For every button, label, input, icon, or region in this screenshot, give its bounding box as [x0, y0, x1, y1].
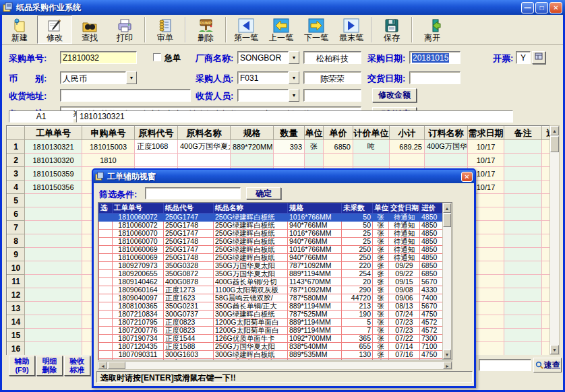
row-number[interactable]: 14 [7, 315, 25, 329]
cell[interactable]: 350G0328 [164, 262, 214, 270]
cell[interactable] [25, 275, 82, 288]
cell[interactable]: 06/30 [389, 359, 420, 361]
cell[interactable] [542, 140, 550, 154]
column-header[interactable]: 小计 [390, 127, 425, 140]
cell[interactable] [504, 207, 542, 221]
dialog-vscroll-thumb[interactable] [443, 214, 451, 227]
cell[interactable] [25, 234, 82, 248]
cell[interactable]: 07/23 [389, 327, 420, 335]
cell[interactable] [542, 221, 550, 234]
cell[interactable]: 4572 [420, 319, 443, 327]
column-header[interactable]: 工单单号 [25, 127, 82, 140]
column-header[interactable]: 交货日期 [389, 203, 420, 214]
cell[interactable]: 250G绿建晖白板纸 [214, 238, 288, 246]
cell[interactable] [504, 315, 542, 329]
cell[interactable] [99, 359, 113, 361]
cell[interactable]: 1807210795 [113, 319, 164, 327]
cell[interactable]: 181015003 [82, 140, 135, 154]
audit-button[interactable]: 审单 [148, 15, 183, 44]
cell[interactable] [99, 311, 113, 319]
cell[interactable]: 6850 [420, 262, 443, 270]
cell[interactable]: 4572 [420, 327, 443, 335]
detail-delete-button[interactable]: 明细 删除 [36, 356, 63, 376]
cell[interactable]: 待通知 [389, 214, 420, 222]
row-number[interactable]: 9 [7, 248, 25, 261]
cell[interactable]: 300G绿建晖白板纸 [214, 351, 288, 359]
urgent-checkbox[interactable] [153, 53, 161, 61]
column-header[interactable]: 纸品名称 [214, 203, 288, 214]
cell[interactable]: 张 [373, 254, 389, 262]
cell[interactable] [25, 342, 82, 356]
cell[interactable] [504, 329, 542, 342]
cell[interactable]: 1807090311 [113, 351, 164, 359]
cell[interactable]: 张 [373, 327, 389, 335]
cell[interactable] [99, 222, 113, 230]
row-number[interactable]: 10 [7, 261, 25, 275]
cell[interactable]: 5 [342, 319, 373, 327]
cell[interactable] [504, 275, 542, 288]
cell[interactable]: 正度0823 [164, 327, 214, 335]
cell[interactable]: 50 [342, 222, 373, 230]
cell[interactable] [305, 154, 324, 167]
cell[interactable] [504, 342, 542, 356]
cell[interactable]: 正度1588 [164, 343, 214, 351]
cell[interactable]: 张 [373, 359, 389, 361]
cell[interactable]: 300G1603 [164, 351, 214, 359]
cell[interactable] [99, 343, 113, 351]
cell[interactable]: 350G万国华夏太阳 [214, 270, 288, 278]
cell[interactable]: 张 [305, 140, 324, 154]
cell[interactable]: 400G万国华夏太 [425, 140, 468, 154]
receiver-dropdown-button[interactable]: ▼ [289, 89, 299, 102]
receiver-input[interactable] [237, 89, 289, 102]
purchase-date-input[interactable]: 20181015 [409, 51, 460, 64]
next-record-button[interactable]: 下一笔 [299, 15, 334, 44]
cell[interactable]: 1100G太阳菊双灰板 [214, 286, 288, 294]
cell[interactable]: 4750 [420, 351, 443, 359]
cell[interactable] [231, 154, 274, 167]
cell[interactable]: 889*1194MM [288, 270, 342, 278]
currency-input[interactable]: 人民币 [60, 71, 126, 84]
cell[interactable] [99, 286, 113, 294]
cell[interactable]: 940*766MM [288, 238, 342, 246]
cell[interactable]: 1810150356 [25, 181, 82, 194]
modify-button[interactable]: 修改 [37, 15, 72, 44]
vendor-dropdown-button[interactable]: ▼ [289, 51, 299, 64]
column-header[interactable] [7, 127, 25, 140]
cell[interactable]: 07/14 [389, 343, 420, 351]
scroll-down-icon[interactable]: ▼ [550, 345, 559, 354]
cell[interactable]: 400G酋长单铜/分切 [214, 278, 288, 286]
cell[interactable]: 1810060069 [113, 254, 164, 262]
cell[interactable]: 5670 [420, 278, 443, 286]
cell[interactable] [99, 302, 113, 311]
cell[interactable]: 7 [342, 327, 373, 335]
cell[interactable] [504, 248, 542, 261]
cell[interactable]: 250G绿建晖白板纸 [214, 246, 288, 254]
cell[interactable] [542, 234, 550, 248]
cell[interactable]: 290 [342, 286, 373, 294]
cell[interactable]: 张 [373, 246, 389, 254]
cell[interactable]: 787*1092MM [288, 262, 342, 270]
cell[interactable]: 待通知 [389, 246, 420, 254]
cell[interactable]: 220 [342, 262, 373, 270]
cell[interactable]: 365 [342, 335, 373, 343]
cell[interactable]: 1143*670MM [288, 278, 342, 286]
scroll-up-icon[interactable]: ▲ [550, 126, 559, 135]
cell[interactable]: 正度1623 [164, 294, 214, 302]
cell[interactable]: 350G酋长单铜/正大 [214, 302, 288, 311]
scroll-down-icon[interactable]: ▼ [443, 350, 451, 359]
cell[interactable]: 张 [373, 238, 389, 246]
cell[interactable] [25, 315, 82, 329]
cell[interactable]: 400G0878 [164, 278, 214, 286]
cell[interactable]: 213 [342, 302, 373, 311]
cell[interactable]: 300G骄阳单铜/分切 [214, 359, 288, 361]
cell[interactable] [504, 154, 542, 167]
column-header[interactable]: 计价单位 [353, 127, 390, 140]
cell[interactable]: 4850 [420, 230, 443, 238]
cell[interactable]: 吨 [353, 140, 390, 154]
column-header[interactable]: 单位 [373, 203, 389, 214]
cell[interactable]: 940*766MM [288, 222, 342, 230]
cell[interactable]: 1810060069 [113, 246, 164, 254]
cell[interactable]: 250G1747 [164, 214, 214, 222]
cell[interactable]: 09/29 [389, 262, 420, 270]
cell[interactable]: 4850 [420, 254, 443, 262]
